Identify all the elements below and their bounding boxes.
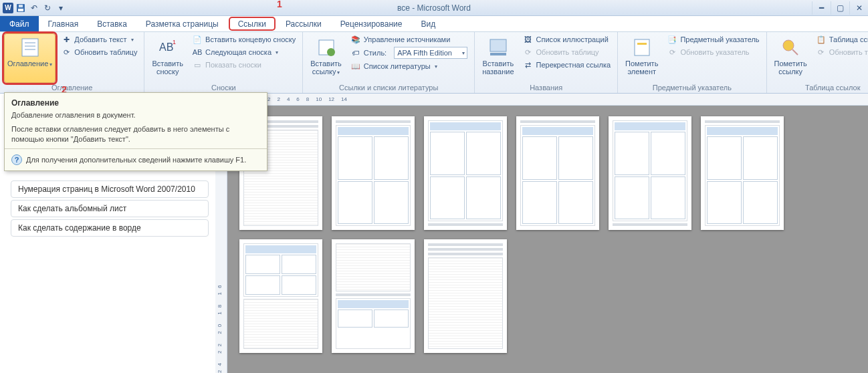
save-icon[interactable] [15, 2, 27, 14]
toc-tooltip: Оглавление Добавление оглавления в докум… [4, 92, 267, 171]
tab-file[interactable]: Файл [0, 16, 39, 31]
tab-review[interactable]: Рецензирование [331, 16, 412, 31]
title-bar: W ↶ ↻ ▾ все - Microsoft Word ━ ▢ ✕ [0, 0, 868, 16]
update-icon: ⟳ [667, 47, 677, 57]
mark-entry-button[interactable]: Пометить элемент [622, 33, 661, 83]
mark-citation-button[interactable]: Пометить ссылку [771, 33, 810, 83]
close-button[interactable]: ✕ [849, 1, 868, 15]
tab-insert[interactable]: Вставка [88, 16, 136, 31]
tab-home[interactable]: Главная [39, 16, 88, 31]
svg-rect-13 [635, 39, 649, 55]
group-citations: Вставить ссылку 📚Управление источниками … [303, 32, 475, 93]
tab-view[interactable]: Вид [411, 16, 445, 31]
cross-reference-button[interactable]: ⇄Перекрестная ссылка [520, 59, 614, 71]
page-thumb[interactable] [239, 239, 322, 353]
tab-layout[interactable]: Разметка страницы [136, 16, 228, 31]
svg-text:AB: AB [159, 41, 173, 53]
page-canvas[interactable] [227, 106, 868, 373]
index-icon: 📑 [667, 34, 677, 45]
page-thumb[interactable] [332, 239, 415, 353]
minimize-button[interactable]: ━ [812, 1, 831, 15]
group-footnotes-label: Сноски [148, 83, 298, 93]
next-footnote-button[interactable]: ABСледующая сноска [189, 46, 298, 58]
table-of-figures-button[interactable]: 🖼Список иллюстраций [520, 33, 614, 45]
update-toc-button[interactable]: ⟳Обновить таблицу [58, 46, 140, 58]
link-item[interactable]: Нумерация страниц в Microsoft Word 2007/… [11, 180, 209, 198]
tab-mailings[interactable]: Рассылки [276, 16, 331, 31]
window-controls: ━ ▢ ✕ [812, 1, 868, 15]
insert-footnote-label: Вставить сноску [152, 59, 183, 76]
page-thumb[interactable] [424, 239, 507, 353]
help-icon: ? [11, 154, 22, 165]
biblio-icon: 📖 [350, 61, 361, 72]
toa-icon: 📋 [816, 34, 827, 45]
insert-caption-label: Вставить название [482, 59, 514, 76]
svg-rect-1 [18, 9, 23, 11]
related-links: Нумерация страниц в Microsoft Word 2007/… [11, 180, 209, 237]
update-icon: ⟳ [523, 47, 534, 57]
style-icon: 🏷 [350, 47, 361, 58]
footnote-icon: AB1 [157, 37, 179, 58]
insert-citation-button[interactable]: Вставить ссылку [307, 33, 345, 83]
insert-toa-button[interactable]: 📋Таблица ссылок [813, 33, 868, 45]
update-figures-button[interactable]: ⟳Обновить таблицу [520, 46, 614, 58]
add-text-icon: ✚ [61, 34, 72, 45]
show-footnotes-button[interactable]: ▭Показать сноски [189, 59, 298, 71]
page-thumb[interactable] [332, 116, 415, 230]
group-index-label: Предметный указатель [622, 83, 762, 93]
quick-access-toolbar: W ↶ ↻ ▾ [0, 2, 67, 14]
update-index-button[interactable]: ⟳Обновить указатель [664, 46, 762, 58]
link-item[interactable]: Как сделать содержание в ворде [11, 219, 209, 237]
manage-icon: 📚 [350, 34, 361, 45]
figures-icon: 🖼 [523, 34, 534, 45]
endnote-icon: 📄 [192, 34, 203, 45]
page-thumb[interactable] [701, 116, 784, 230]
svg-point-15 [783, 40, 794, 51]
group-footnotes: AB1 Вставить сноску 📄Вставить концевую с… [144, 32, 303, 93]
svg-rect-14 [637, 43, 647, 45]
show-icon: ▭ [192, 59, 203, 70]
svg-rect-11 [490, 39, 506, 51]
link-item[interactable]: Как сделать альбомный лист [11, 200, 209, 217]
manage-sources-button[interactable]: 📚Управление источниками [348, 33, 470, 45]
tab-references[interactable]: Ссылки [229, 17, 276, 31]
toc-icon [19, 37, 41, 58]
update-toa-button[interactable]: ⟳Обновить таблицу [813, 46, 868, 58]
mark-entry-label: Пометить элемент [625, 59, 658, 76]
insert-endnote-button[interactable]: 📄Вставить концевую сноску [189, 33, 298, 45]
undo-icon[interactable]: ↶ [28, 2, 40, 14]
citation-icon [316, 37, 337, 58]
maximize-button[interactable]: ▢ [831, 1, 849, 15]
insert-citation-label: Вставить ссылку [310, 59, 342, 76]
window-title: все - Microsoft Word [397, 3, 471, 13]
tooltip-title: Оглавление [11, 98, 260, 108]
insert-caption-button[interactable]: Вставить название [479, 33, 517, 83]
insert-footnote-button[interactable]: AB1 Вставить сноску [148, 33, 187, 83]
horizontal-ruler[interactable]: 22468101214 [227, 94, 868, 106]
group-captions-label: Названия [479, 83, 613, 93]
insert-index-button[interactable]: 📑Предметный указатель [664, 33, 762, 45]
page-thumb[interactable] [516, 116, 599, 230]
update-icon: ⟳ [61, 47, 72, 57]
svg-text:1: 1 [173, 39, 176, 45]
group-toc-label: Оглавление [4, 83, 140, 93]
next-icon: AB [192, 47, 203, 57]
toc-button[interactable]: Оглавление [4, 33, 56, 83]
ribbon-tabs: Файл Главная Вставка Разметка страницы С… [0, 16, 868, 32]
qat-more-icon[interactable]: ▾ [55, 2, 67, 14]
page-thumb[interactable] [609, 116, 691, 230]
caption-icon [487, 37, 509, 58]
group-citations-label: Ссылки и списки литературы [307, 83, 470, 93]
update-icon: ⟳ [816, 47, 827, 57]
add-text-button[interactable]: ✚Добавить текст [58, 33, 140, 45]
document-area: 22468101214 24 22 20 18 16 [215, 94, 868, 373]
redo-icon[interactable]: ↻ [41, 2, 53, 14]
page-thumb[interactable] [424, 116, 507, 230]
mark-citation-label: Пометить ссылку [774, 59, 807, 76]
bibliography-button[interactable]: 📖Список литературы [348, 60, 470, 72]
style-combo[interactable]: APA Fifth Edition [394, 47, 467, 59]
annotation-1: 1 [277, 0, 282, 9]
group-toa-label: Таблица ссылок [771, 83, 868, 93]
citation-style: 🏷Стиль: APA Fifth Edition [348, 46, 470, 59]
group-captions: Вставить название 🖼Список иллюстраций ⟳О… [475, 32, 618, 93]
